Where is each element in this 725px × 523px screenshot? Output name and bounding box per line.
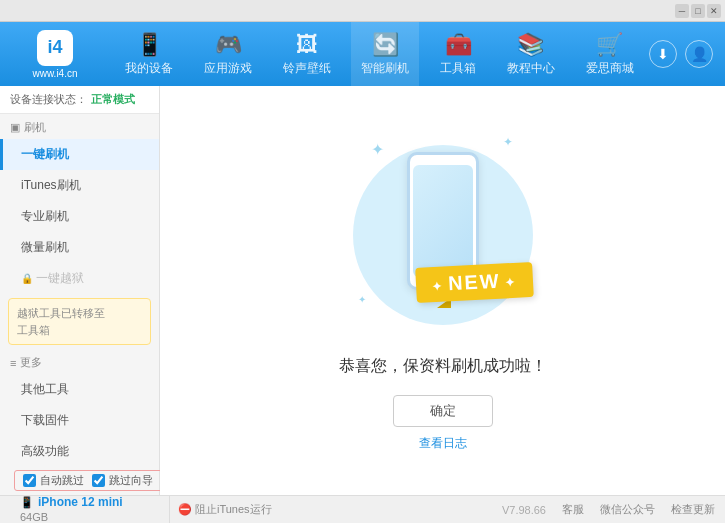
close-button[interactable]: ✕	[707, 4, 721, 18]
skip-wizard-label: 跳过向导	[109, 473, 153, 488]
nav-item-apps-games[interactable]: 🎮应用游戏	[194, 22, 262, 86]
section-flash-label: 刷机	[24, 120, 46, 135]
new-badge: NEW	[415, 261, 533, 302]
section-more-icon: ≡	[10, 357, 16, 369]
skip-wizard-checkbox-area[interactable]: 跳过向导	[92, 473, 153, 488]
nav-item-smart-flash[interactable]: 🔄智能刷机	[351, 22, 419, 86]
sidebar-item-download-fw[interactable]: 下载固件	[0, 405, 159, 436]
nav-label-tutorial: 教程中心	[507, 60, 555, 77]
bottom-right: V7.98.66 客服 微信公众号 检查更新	[502, 502, 715, 517]
nav-right: ⬇ 👤	[649, 40, 725, 68]
content-area: ✦ ✦ ✦ NEW 恭喜您，保资料刷机成功啦！ 确定 查看日志	[160, 86, 725, 495]
nav-label-smart-flash: 智能刷机	[361, 60, 409, 77]
sidebar-item-ota-flash[interactable]: 微量刷机	[0, 232, 159, 263]
success-message: 恭喜您，保资料刷机成功啦！	[339, 356, 547, 377]
minimize-button[interactable]: ─	[675, 4, 689, 18]
sparkle-icon-2: ✦	[503, 135, 513, 149]
sidebar-item-one-click-flash[interactable]: 一键刷机	[0, 139, 159, 170]
version-text: V7.98.66	[502, 504, 546, 516]
sidebar-item-advanced[interactable]: 高级功能	[0, 436, 159, 467]
section-more: ≡ 更多	[0, 349, 159, 374]
nav-icon-wallpaper: 🖼	[296, 32, 318, 58]
sparkle-icon-1: ✦	[371, 140, 384, 159]
stop-itunes-button[interactable]: ⛔ 阻止iTunes运行	[178, 502, 272, 517]
sidebar-item-other-tools[interactable]: 其他工具	[0, 374, 159, 405]
device-info: 📱 iPhone 12 mini 64GB Down-12mini-13,1	[10, 491, 169, 523]
nav-item-tutorial[interactable]: 📚教程中心	[497, 22, 565, 86]
phone-icon: 📱	[20, 496, 34, 509]
sidebar-item-itunes-flash[interactable]: iTunes刷机	[0, 170, 159, 201]
user-button[interactable]: 👤	[685, 40, 713, 68]
wechat-link[interactable]: 微信公众号	[600, 502, 655, 517]
nav-icon-my-device: 📱	[136, 32, 163, 58]
section-flash-icon: ▣	[10, 121, 20, 134]
sidebar-item-pro-flash[interactable]: 专业刷机	[0, 201, 159, 232]
nav-label-toolbox: 工具箱	[440, 60, 476, 77]
status-value: 正常模式	[91, 92, 135, 107]
logo-icon: i4	[37, 30, 73, 66]
nav-items: 📱我的设备🎮应用游戏🖼铃声壁纸🔄智能刷机🧰工具箱📚教程中心🛒爱思商城	[110, 22, 649, 86]
nav-item-my-device[interactable]: 📱我的设备	[115, 22, 183, 86]
stop-itunes-icon: ⛔	[178, 503, 192, 516]
download-button[interactable]: ⬇	[649, 40, 677, 68]
nav-item-wallpaper[interactable]: 🖼铃声壁纸	[273, 22, 341, 86]
maximize-button[interactable]: □	[691, 4, 705, 18]
nav-icon-toolbox: 🧰	[445, 32, 472, 58]
logo-text: www.i4.cn	[32, 68, 77, 79]
nav-icon-apps-games: 🎮	[215, 32, 242, 58]
jailbreak-notice: 越狱工具已转移至 工具箱	[8, 298, 151, 345]
sparkle-icon-3: ✦	[358, 294, 366, 305]
status-label: 设备连接状态：	[10, 92, 87, 107]
nav-icon-shop: 🛒	[596, 32, 623, 58]
skip-wizard-checkbox[interactable]	[92, 474, 105, 487]
device-storage: 64GB	[20, 511, 48, 523]
header: i4 www.i4.cn 📱我的设备🎮应用游戏🖼铃声壁纸🔄智能刷机🧰工具箱📚教程…	[0, 22, 725, 86]
confirm-button[interactable]: 确定	[393, 395, 493, 427]
section-flash: ▣ 刷机	[0, 114, 159, 139]
auto-jump-checkbox[interactable]	[23, 474, 36, 487]
status-bar: 设备连接状态： 正常模式	[0, 86, 159, 114]
auto-jump-checkbox-area[interactable]: 自动跳过	[23, 473, 84, 488]
nav-label-shop: 爱思商城	[586, 60, 634, 77]
nav-item-shop[interactable]: 🛒爱思商城	[576, 22, 644, 86]
bottom-bar: 自动跳过 跳过向导 📱 iPhone 12 mini 64GB Down-12m…	[0, 495, 725, 523]
device-name: iPhone 12 mini	[38, 495, 123, 509]
nav-item-toolbox[interactable]: 🧰工具箱	[430, 22, 486, 86]
nav-label-wallpaper: 铃声壁纸	[283, 60, 331, 77]
nav-icon-tutorial: 📚	[517, 32, 544, 58]
logo-area: i4 www.i4.cn	[0, 30, 110, 79]
sidebar: 设备连接状态： 正常模式 ▣ 刷机 一键刷机 iTunes刷机 专业刷机 微量刷…	[0, 86, 160, 495]
customer-service-link[interactable]: 客服	[562, 502, 584, 517]
stop-itunes-label: 阻止iTunes运行	[195, 502, 272, 517]
phone-screen	[413, 165, 473, 277]
section-more-label: 更多	[20, 355, 42, 370]
sidebar-item-jailbreak: 🔒 一键越狱	[0, 263, 159, 294]
nav-icon-smart-flash: 🔄	[372, 32, 399, 58]
phone-illustration: ✦ ✦ ✦ NEW	[343, 130, 543, 340]
nav-label-apps-games: 应用游戏	[204, 60, 252, 77]
daily-log-link[interactable]: 查看日志	[419, 435, 467, 452]
auto-jump-label: 自动跳过	[40, 473, 84, 488]
title-bar: ─ □ ✕	[0, 0, 725, 22]
check-update-link[interactable]: 检查更新	[671, 502, 715, 517]
nav-label-my-device: 我的设备	[125, 60, 173, 77]
